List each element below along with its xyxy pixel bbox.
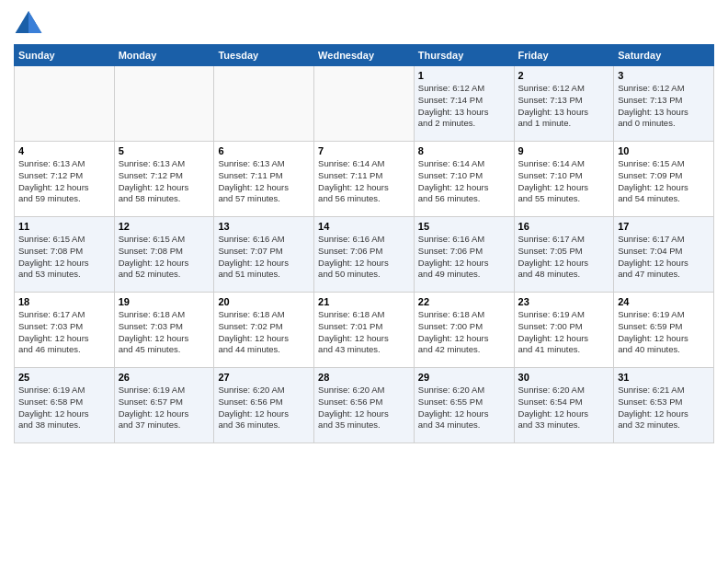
calendar-cell	[114, 66, 214, 142]
weekday-header-row: SundayMondayTuesdayWednesdayThursdayFrid…	[15, 45, 714, 66]
day-info: Sunrise: 6:19 AM Sunset: 6:59 PM Dayligh…	[618, 309, 710, 356]
day-number: 29	[418, 372, 510, 383]
day-info: Sunrise: 6:16 AM Sunset: 7:07 PM Dayligh…	[218, 234, 310, 281]
day-number: 23	[518, 296, 610, 307]
day-info: Sunrise: 6:14 AM Sunset: 7:10 PM Dayligh…	[518, 158, 610, 205]
day-number: 25	[18, 372, 110, 383]
calendar-cell: 3Sunrise: 6:12 AM Sunset: 7:13 PM Daylig…	[614, 66, 714, 142]
day-number: 18	[18, 296, 110, 307]
day-number: 28	[318, 372, 410, 383]
calendar-cell	[214, 66, 314, 142]
calendar-week-3: 11Sunrise: 6:15 AM Sunset: 7:08 PM Dayli…	[15, 217, 714, 293]
calendar-cell: 25Sunrise: 6:19 AM Sunset: 6:58 PM Dayli…	[15, 368, 115, 443]
day-number: 22	[418, 296, 510, 307]
calendar-cell: 13Sunrise: 6:16 AM Sunset: 7:07 PM Dayli…	[214, 217, 314, 293]
day-number: 1	[418, 70, 510, 81]
weekday-header-saturday: Saturday	[614, 45, 714, 66]
day-info: Sunrise: 6:13 AM Sunset: 7:12 PM Dayligh…	[119, 158, 210, 205]
day-number: 31	[618, 372, 710, 383]
day-info: Sunrise: 6:12 AM Sunset: 7:14 PM Dayligh…	[418, 83, 510, 130]
day-number: 4	[18, 145, 110, 156]
calendar-cell: 6Sunrise: 6:13 AM Sunset: 7:11 PM Daylig…	[214, 142, 314, 217]
calendar-table: SundayMondayTuesdayWednesdayThursdayFrid…	[14, 44, 714, 443]
calendar-cell: 31Sunrise: 6:21 AM Sunset: 6:53 PM Dayli…	[614, 368, 714, 443]
calendar-cell: 19Sunrise: 6:18 AM Sunset: 7:03 PM Dayli…	[114, 293, 214, 368]
weekday-header-thursday: Thursday	[414, 45, 514, 66]
calendar-cell: 5Sunrise: 6:13 AM Sunset: 7:12 PM Daylig…	[114, 142, 214, 217]
day-number: 13	[218, 221, 310, 232]
day-info: Sunrise: 6:15 AM Sunset: 7:08 PM Dayligh…	[119, 234, 210, 281]
day-number: 19	[119, 296, 210, 307]
calendar-cell	[314, 66, 415, 142]
weekday-header-sunday: Sunday	[15, 45, 115, 66]
day-info: Sunrise: 6:20 AM Sunset: 6:54 PM Dayligh…	[518, 385, 610, 431]
day-info: Sunrise: 6:18 AM Sunset: 7:02 PM Dayligh…	[218, 309, 310, 356]
calendar-cell: 20Sunrise: 6:18 AM Sunset: 7:02 PM Dayli…	[214, 293, 314, 368]
svg-marker-1	[28, 11, 41, 33]
calendar-cell: 30Sunrise: 6:20 AM Sunset: 6:54 PM Dayli…	[514, 368, 614, 443]
calendar-cell: 29Sunrise: 6:20 AM Sunset: 6:55 PM Dayli…	[414, 368, 514, 443]
calendar-cell: 12Sunrise: 6:15 AM Sunset: 7:08 PM Dayli…	[114, 217, 214, 293]
calendar-cell: 15Sunrise: 6:16 AM Sunset: 7:06 PM Dayli…	[414, 217, 514, 293]
day-info: Sunrise: 6:20 AM Sunset: 6:56 PM Dayligh…	[218, 385, 310, 431]
day-info: Sunrise: 6:17 AM Sunset: 7:03 PM Dayligh…	[18, 309, 110, 356]
calendar-cell	[15, 66, 115, 142]
day-number: 15	[418, 221, 510, 232]
calendar-cell: 16Sunrise: 6:17 AM Sunset: 7:05 PM Dayli…	[514, 217, 614, 293]
day-info: Sunrise: 6:15 AM Sunset: 7:09 PM Dayligh…	[618, 158, 710, 205]
day-info: Sunrise: 6:14 AM Sunset: 7:10 PM Dayligh…	[418, 158, 510, 205]
day-number: 24	[618, 296, 710, 307]
calendar-cell: 2Sunrise: 6:12 AM Sunset: 7:13 PM Daylig…	[514, 66, 614, 142]
logo	[14, 9, 47, 35]
calendar-cell: 11Sunrise: 6:15 AM Sunset: 7:08 PM Dayli…	[15, 217, 115, 293]
logo-icon	[14, 9, 43, 35]
calendar-cell: 28Sunrise: 6:20 AM Sunset: 6:56 PM Dayli…	[314, 368, 415, 443]
calendar-cell: 23Sunrise: 6:19 AM Sunset: 7:00 PM Dayli…	[514, 293, 614, 368]
calendar-cell: 21Sunrise: 6:18 AM Sunset: 7:01 PM Dayli…	[314, 293, 415, 368]
calendar-cell: 27Sunrise: 6:20 AM Sunset: 6:56 PM Dayli…	[214, 368, 314, 443]
day-number: 6	[218, 145, 310, 156]
day-info: Sunrise: 6:19 AM Sunset: 7:00 PM Dayligh…	[518, 309, 610, 356]
calendar-week-4: 18Sunrise: 6:17 AM Sunset: 7:03 PM Dayli…	[15, 293, 714, 368]
day-info: Sunrise: 6:13 AM Sunset: 7:12 PM Dayligh…	[18, 158, 110, 205]
day-info: Sunrise: 6:12 AM Sunset: 7:13 PM Dayligh…	[618, 83, 710, 130]
day-info: Sunrise: 6:19 AM Sunset: 6:58 PM Dayligh…	[18, 385, 110, 431]
day-number: 12	[119, 221, 210, 232]
day-info: Sunrise: 6:20 AM Sunset: 6:55 PM Dayligh…	[418, 385, 510, 431]
day-info: Sunrise: 6:13 AM Sunset: 7:11 PM Dayligh…	[218, 158, 310, 205]
day-number: 17	[618, 221, 710, 232]
day-info: Sunrise: 6:18 AM Sunset: 7:00 PM Dayligh…	[418, 309, 510, 356]
day-info: Sunrise: 6:20 AM Sunset: 6:56 PM Dayligh…	[318, 385, 410, 431]
calendar-cell: 18Sunrise: 6:17 AM Sunset: 7:03 PM Dayli…	[15, 293, 115, 368]
day-number: 26	[119, 372, 210, 383]
day-info: Sunrise: 6:16 AM Sunset: 7:06 PM Dayligh…	[418, 234, 510, 281]
day-info: Sunrise: 6:21 AM Sunset: 6:53 PM Dayligh…	[618, 385, 710, 431]
calendar-cell: 1Sunrise: 6:12 AM Sunset: 7:14 PM Daylig…	[414, 66, 514, 142]
day-info: Sunrise: 6:16 AM Sunset: 7:06 PM Dayligh…	[318, 234, 410, 281]
day-number: 7	[318, 145, 410, 156]
day-number: 27	[218, 372, 310, 383]
day-number: 21	[318, 296, 410, 307]
day-info: Sunrise: 6:19 AM Sunset: 6:57 PM Dayligh…	[119, 385, 210, 431]
day-number: 10	[618, 145, 710, 156]
calendar-cell: 4Sunrise: 6:13 AM Sunset: 7:12 PM Daylig…	[15, 142, 115, 217]
day-number: 20	[218, 296, 310, 307]
day-number: 9	[518, 145, 610, 156]
calendar-cell: 14Sunrise: 6:16 AM Sunset: 7:06 PM Dayli…	[314, 217, 415, 293]
day-number: 14	[318, 221, 410, 232]
calendar-cell: 7Sunrise: 6:14 AM Sunset: 7:11 PM Daylig…	[314, 142, 415, 217]
calendar-cell: 24Sunrise: 6:19 AM Sunset: 6:59 PM Dayli…	[614, 293, 714, 368]
weekday-header-friday: Friday	[514, 45, 614, 66]
day-info: Sunrise: 6:14 AM Sunset: 7:11 PM Dayligh…	[318, 158, 410, 205]
calendar-header: SundayMondayTuesdayWednesdayThursdayFrid…	[15, 45, 714, 66]
day-info: Sunrise: 6:18 AM Sunset: 7:03 PM Dayligh…	[119, 309, 210, 356]
calendar-week-2: 4Sunrise: 6:13 AM Sunset: 7:12 PM Daylig…	[15, 142, 714, 217]
day-info: Sunrise: 6:17 AM Sunset: 7:05 PM Dayligh…	[518, 234, 610, 281]
day-number: 16	[518, 221, 610, 232]
weekday-header-tuesday: Tuesday	[214, 45, 314, 66]
calendar-cell: 9Sunrise: 6:14 AM Sunset: 7:10 PM Daylig…	[514, 142, 614, 217]
day-info: Sunrise: 6:15 AM Sunset: 7:08 PM Dayligh…	[18, 234, 110, 281]
day-info: Sunrise: 6:12 AM Sunset: 7:13 PM Dayligh…	[518, 83, 610, 130]
weekday-header-wednesday: Wednesday	[314, 45, 415, 66]
calendar-cell: 8Sunrise: 6:14 AM Sunset: 7:10 PM Daylig…	[414, 142, 514, 217]
